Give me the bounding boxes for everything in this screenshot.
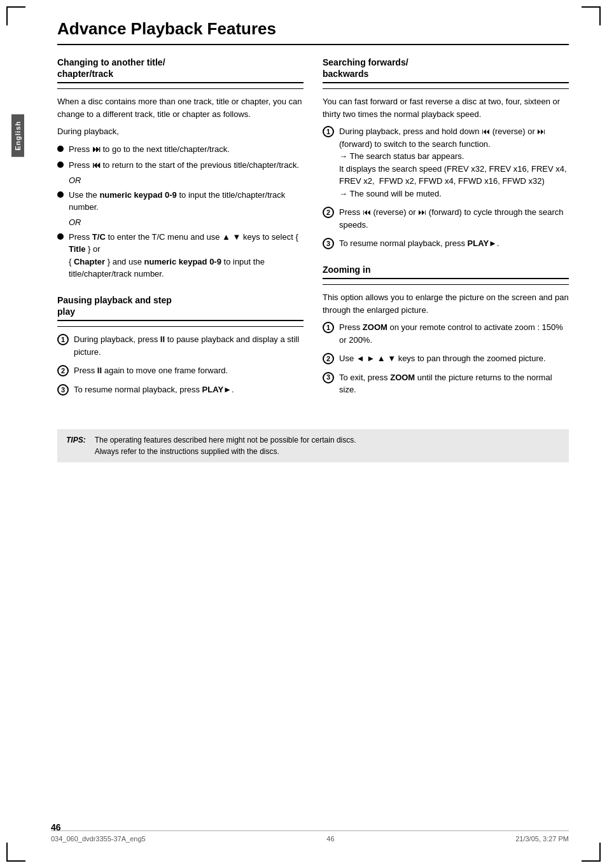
changing-bullets-2: Use the numeric keypad 0-9 to input the … (57, 189, 304, 214)
title-rule (57, 44, 569, 45)
changing-bullets: Press ⏭ to go to the next title/chapter/… (57, 143, 304, 172)
two-column-layout: Changing to another title/chapter/track … (57, 57, 569, 410)
changing-bullets-3: Press T/C to enter the T/C menu and use … (57, 231, 304, 280)
search-step-1: 1 During playback, press and hold down ⏮… (323, 125, 569, 200)
section-pausing: Pausing playback and stepplay 1 During p… (57, 294, 304, 396)
changing-intro: When a disc contains more than one track… (57, 95, 304, 120)
search-arrow-1: The search status bar appears.It display… (339, 150, 569, 188)
section-zooming: Zooming in This option allows you to enl… (323, 264, 569, 396)
searching-steps: 1 During playback, press and hold down ⏮… (323, 125, 569, 250)
section-searching-rule (323, 88, 569, 89)
search-arrow-2: The sound will be muted. (339, 188, 569, 200)
pause-step-1-content: During playback, press II to pause playb… (74, 333, 304, 358)
bullet-circle-2 (57, 162, 64, 168)
bullet-prev-title: Press ⏮ to return to the start of the pr… (57, 159, 304, 172)
footer-left: 034_060_dvdr3355-37A_eng5 (51, 835, 146, 843)
pause-step-2: 2 Press II again to move one frame forwa… (57, 364, 304, 377)
section-searching-heading: Searching forwards/backwards (323, 57, 569, 83)
num-circle-s2: 2 (323, 207, 334, 218)
search-step-3: 3 To resume normal playback, press PLAY►… (323, 237, 569, 250)
section-changing-rule (57, 88, 304, 89)
zoom-step-2-content: Use ◄ ► ▲ ▼ keys to pan through the zoom… (339, 352, 569, 365)
bullet-numeric-keypad: Use the numeric keypad 0-9 to input the … (57, 189, 304, 214)
pause-step-3-content: To resume normal playback, press PLAY►. (74, 383, 304, 396)
footer-center: 46 (326, 835, 334, 843)
bullet-text-2: Press ⏮ to return to the start of the pr… (69, 159, 299, 172)
zoom-step-3-content: To exit, press ZOOM until the picture re… (339, 371, 569, 396)
searching-intro: You can fast forward or fast reverse a d… (323, 95, 569, 120)
corner-tl (6, 6, 25, 25)
bullet-text-3: Use the numeric keypad 0-9 to input the … (69, 189, 304, 214)
num-circle-3: 3 (57, 384, 69, 396)
page-title: Advance Playback Features (57, 19, 569, 39)
page: English Advance Playback Features Changi… (0, 0, 607, 868)
search-step-3-content: To resume normal playback, press PLAY►. (339, 237, 569, 250)
section-searching: Searching forwards/backwards You can fas… (323, 57, 569, 250)
num-circle-1: 1 (57, 334, 69, 345)
bullet-circle-1 (57, 146, 64, 152)
during-playback-label: During playback, (57, 125, 304, 138)
zoom-step-1: 1 Press ZOOM on your remote control to a… (323, 321, 569, 346)
section-zooming-rule (323, 284, 569, 285)
zooming-intro: This option allows you to enlarge the pi… (323, 291, 569, 316)
footer-right: 21/3/05, 3:27 PM (515, 835, 569, 843)
tips-text: The operating features described here mi… (95, 434, 356, 457)
or-text-1: OR (69, 176, 304, 185)
corner-bl (6, 843, 25, 862)
num-circle-s1: 1 (323, 126, 334, 137)
section-zooming-heading: Zooming in (323, 264, 569, 279)
bullet-next-title: Press ⏭ to go to the next title/chapter/… (57, 143, 304, 156)
pause-step-1: 1 During playback, press II to pause pla… (57, 333, 304, 358)
num-circle-s3: 3 (323, 238, 334, 249)
corner-br (582, 843, 601, 862)
sidebar-english-label: English (11, 114, 24, 157)
pausing-steps: 1 During playback, press II to pause pla… (57, 333, 304, 396)
bullet-text-4: Press T/C to enter the T/C menu and use … (69, 231, 304, 280)
tips-box: TIPS: The operating features described h… (57, 429, 569, 462)
pause-step-3: 3 To resume normal playback, press PLAY►… (57, 383, 304, 396)
zooming-steps: 1 Press ZOOM on your remote control to a… (323, 321, 569, 396)
bullet-tc-menu: Press T/C to enter the T/C menu and use … (57, 231, 304, 280)
search-step-2: 2 Press ⏮ (reverse) or ⏭ (forward) to cy… (323, 206, 569, 231)
or-text-2: OR (69, 217, 304, 227)
tips-label: TIPS: (66, 434, 86, 446)
num-circle-z3: 3 (323, 372, 334, 383)
corner-tr (582, 6, 601, 25)
num-circle-2: 2 (57, 365, 69, 376)
section-pausing-rule (57, 326, 304, 327)
section-changing-title: Changing to another title/chapter/track … (57, 57, 304, 280)
search-step-1-content: During playback, press and hold down ⏮ (… (339, 125, 569, 200)
footer: 034_060_dvdr3355-37A_eng5 46 21/3/05, 3:… (51, 830, 569, 843)
bullet-text-1: Press ⏭ to go to the next title/chapter/… (69, 143, 230, 156)
zoom-step-1-content: Press ZOOM on your remote control to act… (339, 321, 569, 346)
num-circle-z2: 2 (323, 353, 334, 364)
section-pausing-heading: Pausing playback and stepplay (57, 294, 304, 321)
search-step-2-content: Press ⏮ (reverse) or ⏭ (forward) to cycl… (339, 206, 569, 231)
zoom-step-3: 3 To exit, press ZOOM until the picture … (323, 371, 569, 396)
pause-step-2-content: Press II again to move one frame forward… (74, 364, 304, 377)
bullet-circle-4 (57, 233, 64, 240)
num-circle-z1: 1 (323, 322, 334, 333)
section-changing-title-heading: Changing to another title/chapter/track (57, 57, 304, 83)
bullet-circle-3 (57, 191, 64, 198)
zoom-step-2: 2 Use ◄ ► ▲ ▼ keys to pan through the zo… (323, 352, 569, 365)
left-column: Changing to another title/chapter/track … (57, 57, 304, 410)
right-column: Searching forwards/backwards You can fas… (323, 57, 569, 410)
